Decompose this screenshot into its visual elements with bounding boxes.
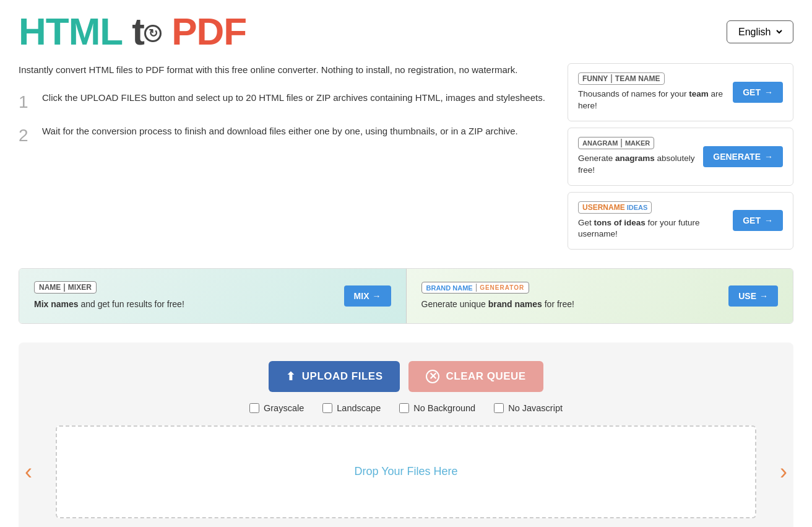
upload-buttons: ⬆ UPLOAD FILES ✕ CLEAR QUEUE: [31, 361, 781, 392]
badge-sep-1: [611, 74, 612, 83]
ad-card-teamname-content: FUNNY TEAM NAME Thousands of names for y…: [578, 72, 733, 112]
ad-card-anagram-content: ANAGRAM MAKER Generate anagrams absolute…: [578, 137, 703, 176]
steps: 1 Click the UPLOAD FILES button and sele…: [19, 91, 555, 147]
landscape-checkbox[interactable]: [322, 403, 332, 413]
checkbox-no-javascript[interactable]: No Javascript: [494, 403, 563, 413]
banner-btn-use-arrow: →: [759, 291, 768, 301]
banner-brand-name-content: BRAND NAME GENERATOR Generate unique bra…: [421, 282, 722, 311]
ad-btn-teamname-arrow: →: [764, 87, 773, 97]
description: Instantly convert HTML files to PDF form…: [19, 63, 555, 77]
logo-to: t↻: [132, 10, 162, 53]
ad-badge-anagram: ANAGRAM MAKER: [578, 137, 654, 149]
banner-btn-mix[interactable]: MIX →: [344, 285, 391, 307]
ads-panel: FUNNY TEAM NAME Thousands of names for y…: [568, 63, 793, 256]
banner-sep-1: [64, 284, 65, 292]
ad-btn-anagram-label: GENERATE: [713, 152, 761, 162]
grayscale-label: Grayscale: [264, 403, 304, 413]
no-javascript-checkbox[interactable]: [494, 403, 504, 413]
ad-btn-teamname[interactable]: GET →: [733, 82, 783, 103]
ad-bold-tons: tons of ideas: [594, 218, 646, 227]
clear-queue-button[interactable]: ✕ CLEAR QUEUE: [408, 361, 543, 392]
ad-card-username-content: USERNAME IDEAS Get tons of ideas for you…: [578, 201, 733, 241]
ad-title-teamname: Thousands of names for your team are her…: [578, 89, 733, 112]
banner-brand-name: BRAND NAME GENERATOR Generate unique bra…: [407, 269, 793, 323]
banner-badge-generator: GENERATOR: [480, 284, 524, 291]
language-dropdown[interactable]: English French German Spanish: [736, 26, 784, 38]
ad-title-username: Get tons of ideas for your future userna…: [578, 217, 733, 241]
step-1-text: Click the UPLOAD FILES button and select…: [42, 91, 545, 105]
header: HTML t↻ PDF English French German Spanis…: [19, 12, 793, 51]
ad-bold-anagrams: anagrams: [615, 154, 655, 163]
logo-pdf: PDF: [171, 10, 246, 53]
drop-zone-wrapper: ‹ Drop Your Files Here ›: [50, 425, 762, 518]
banner-badge-brand-name: BRAND NAME: [426, 284, 473, 292]
ad-card-username: USERNAME IDEAS Get tons of ideas for you…: [568, 192, 793, 250]
upload-files-button[interactable]: ⬆ UPLOAD FILES: [269, 361, 400, 392]
banner-sep-2: [476, 284, 477, 292]
banner-badge-brand: BRAND NAME GENERATOR: [421, 282, 530, 294]
banner-btn-mix-label: MIX: [354, 291, 369, 301]
main-layout: Instantly convert HTML files to PDF form…: [19, 63, 793, 256]
clear-queue-label: CLEAR QUEUE: [446, 370, 525, 383]
badge-funny: FUNNY: [582, 74, 608, 83]
badge-sep-2: [621, 139, 622, 147]
grayscale-checkbox[interactable]: [249, 403, 259, 413]
banner-btn-use[interactable]: USE →: [728, 285, 778, 307]
step-2: 2 Wait for the conversion process to fin…: [19, 124, 555, 147]
ad-badge-username: USERNAME IDEAS: [578, 201, 652, 214]
logo: HTML t↻ PDF: [19, 12, 246, 51]
ad-btn-username-label: GET: [743, 216, 761, 225]
ad-badge-teamname: FUNNY TEAM NAME: [578, 72, 665, 85]
banner-btn-mix-arrow: →: [373, 291, 381, 301]
ad-btn-username-arrow: →: [764, 216, 773, 225]
ad-bold-team: team: [689, 89, 709, 98]
no-background-checkbox[interactable]: [399, 403, 409, 413]
upload-files-label: UPLOAD FILES: [302, 370, 383, 383]
carousel-next-button[interactable]: ›: [774, 453, 793, 491]
ad-card-anagram: ANAGRAM MAKER Generate anagrams absolute…: [568, 128, 793, 186]
carousel-prev-button[interactable]: ‹: [19, 453, 38, 491]
banner-badge-name-mixer: NAME MIXER: [34, 281, 97, 294]
badge-anagram: ANAGRAM: [582, 139, 618, 147]
ad-btn-anagram[interactable]: GENERATE →: [703, 146, 783, 167]
step-1-number: 1: [19, 91, 31, 113]
no-background-label: No Background: [413, 403, 475, 413]
ad-btn-anagram-arrow: →: [764, 152, 773, 162]
banner-ads: NAME MIXER Mix names and get fun results…: [19, 268, 793, 324]
banner-btn-use-label: USE: [738, 291, 756, 301]
drop-zone[interactable]: Drop Your Files Here: [56, 425, 756, 518]
checkbox-no-background[interactable]: No Background: [399, 403, 475, 413]
checkbox-grayscale[interactable]: Grayscale: [249, 403, 304, 413]
language-selector[interactable]: English French German Spanish: [727, 20, 793, 43]
step-2-number: 2: [19, 124, 31, 147]
clear-icon: ✕: [426, 370, 439, 383]
banner-title-brand: Generate unique brand names for free!: [421, 298, 722, 311]
upload-section: ⬆ UPLOAD FILES ✕ CLEAR QUEUE Grayscale L…: [19, 342, 793, 527]
checkboxes: Grayscale Landscape No Background No Jav…: [31, 403, 781, 413]
ad-btn-teamname-label: GET: [743, 87, 761, 97]
logo-html: HTML: [19, 10, 122, 53]
banner-bold-brand: brand names: [488, 299, 542, 309]
upload-icon: ⬆: [286, 370, 296, 383]
banner-badge-name: NAME: [39, 283, 61, 292]
ad-card-teamname: FUNNY TEAM NAME Thousands of names for y…: [568, 63, 793, 121]
badge-maker: MAKER: [625, 139, 650, 147]
banner-title-mixer: Mix names and get fun results for free!: [34, 298, 337, 311]
content-left: Instantly convert HTML files to PDF form…: [19, 63, 555, 159]
checkbox-landscape[interactable]: Landscape: [322, 403, 381, 413]
step-1: 1 Click the UPLOAD FILES button and sele…: [19, 91, 555, 113]
banner-bold-mix: Mix names: [34, 299, 79, 309]
ad-btn-username[interactable]: GET →: [733, 210, 783, 231]
banner-name-mixer: NAME MIXER Mix names and get fun results…: [19, 269, 407, 323]
badge-ideas: IDEAS: [627, 204, 648, 211]
banner-name-mixer-content: NAME MIXER Mix names and get fun results…: [34, 281, 337, 311]
badge-teamname: TEAM NAME: [615, 74, 660, 83]
banner-badge-mixer: MIXER: [68, 283, 92, 292]
ad-title-anagram: Generate anagrams absolutely free!: [578, 153, 703, 176]
drop-zone-text: Drop Your Files Here: [354, 465, 457, 478]
no-javascript-label: No Javascript: [508, 403, 563, 413]
step-2-text: Wait for the conversion process to finis…: [42, 124, 518, 139]
badge-username: USERNAME: [582, 203, 625, 212]
landscape-label: Landscape: [337, 403, 381, 413]
